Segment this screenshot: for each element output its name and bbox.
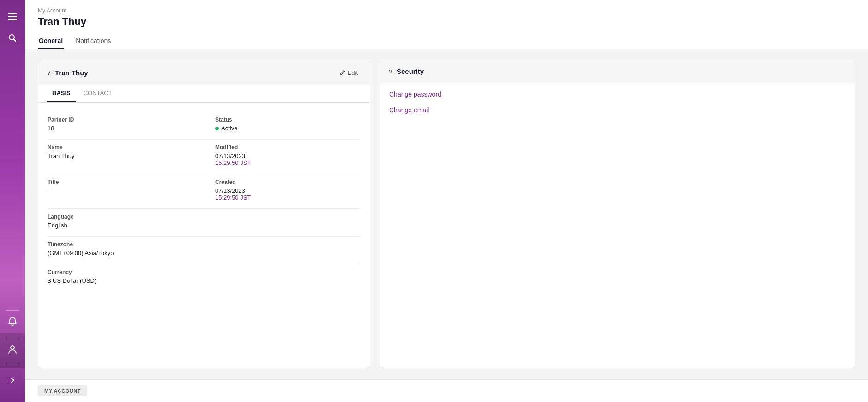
edit-button[interactable]: Edit: [336, 67, 362, 78]
menu-icon[interactable]: [0, 6, 25, 28]
main-content: My Account Tran Thuy General Notificatio…: [25, 0, 868, 402]
empty-right-1: [204, 209, 361, 237]
expand-icon[interactable]: [0, 372, 25, 391]
security-card-title: Security: [397, 67, 424, 75]
security-card-title-area: ∨ Security: [388, 67, 424, 75]
collapse-icon[interactable]: ∨: [47, 69, 51, 76]
tabs-bar: General Notifications: [38, 33, 855, 49]
status-active: Active: [215, 125, 361, 132]
bottom-label: MY ACCOUNT: [38, 385, 87, 396]
page-title: Tran Thuy: [38, 16, 855, 28]
bell-icon[interactable]: [0, 312, 25, 333]
svg-rect-0: [8, 13, 17, 14]
breadcrumb: My Account: [38, 7, 855, 14]
svg-line-4: [14, 39, 16, 42]
empty-right-2: [204, 237, 361, 264]
profile-card-title: Tran Thuy: [55, 69, 88, 77]
security-card: ∨ Security Change password Change email: [380, 61, 855, 368]
svg-rect-1: [8, 16, 17, 18]
user-area: [0, 333, 25, 368]
partner-id-field: Partner ID 18: [48, 112, 204, 140]
sidebar: [0, 0, 25, 402]
language-field: Language English: [48, 209, 204, 237]
status-field: Status Active: [204, 112, 361, 140]
security-collapse-icon[interactable]: ∨: [388, 68, 393, 75]
name-field: Name Tran Thuy: [48, 140, 204, 174]
inner-tabs-bar: BASIS CONTACT: [38, 85, 370, 103]
bottom-bar: MY ACCOUNT: [25, 379, 868, 402]
header: My Account Tran Thuy General Notificatio…: [25, 0, 868, 49]
tab-notifications[interactable]: Notifications: [75, 33, 112, 49]
svg-rect-2: [8, 19, 17, 20]
created-field: Created 07/13/2023 15:29:50 JST: [204, 174, 361, 209]
fields-area: Partner ID 18 Status Active Name Tran Th…: [38, 103, 370, 301]
inner-tab-contact[interactable]: CONTACT: [78, 85, 118, 102]
change-email-link[interactable]: Change email: [389, 106, 845, 114]
modified-field: Modified 07/13/2023 15:29:50 JST: [204, 140, 361, 174]
status-dot: [215, 127, 219, 130]
change-password-link[interactable]: Change password: [389, 91, 845, 98]
timezone-field: Timezone (GMT+09:00) Asia/Tokyo: [48, 237, 204, 264]
inner-tab-basis[interactable]: BASIS: [47, 85, 76, 102]
content-area: ∨ Tran Thuy Edit BASIS CONTACT: [25, 49, 868, 379]
empty-right-3: [204, 264, 361, 292]
currency-field: Currency $ US Dollar (USD): [48, 264, 204, 292]
user-icon[interactable]: [0, 340, 25, 361]
search-icon[interactable]: [0, 28, 25, 50]
security-card-header: ∨ Security: [380, 61, 855, 82]
svg-point-5: [11, 346, 14, 349]
profile-card-header: ∨ Tran Thuy Edit: [38, 61, 370, 85]
tab-general[interactable]: General: [38, 33, 64, 49]
profile-card: ∨ Tran Thuy Edit BASIS CONTACT: [38, 61, 370, 368]
profile-card-title-area: ∨ Tran Thuy: [47, 69, 88, 77]
security-links: Change password Change email: [380, 82, 855, 122]
title-field: Title -: [48, 174, 204, 209]
